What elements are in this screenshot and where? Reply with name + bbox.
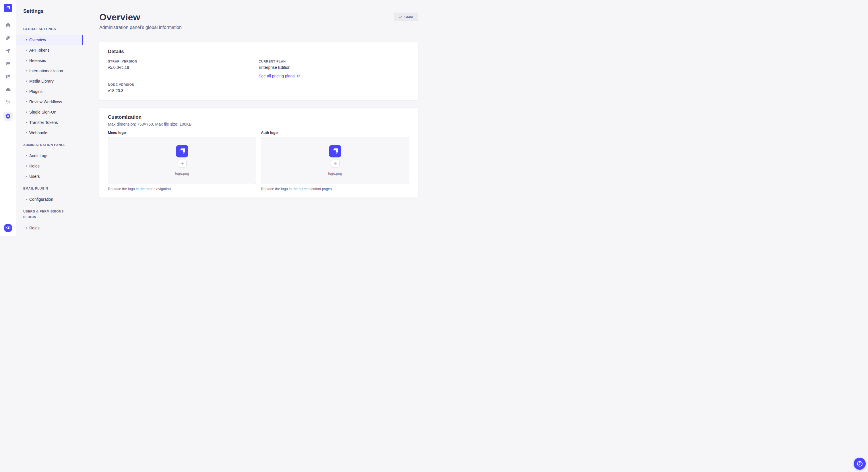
subnav-item-users[interactable]: Users: [17, 171, 83, 181]
subnav-item-releases[interactable]: Releases: [17, 55, 83, 66]
strapi-logo[interactable]: [4, 4, 12, 12]
external-link-icon: [297, 74, 300, 78]
subnav-item-label: Media Library: [29, 79, 54, 83]
plus-icon: [333, 162, 337, 165]
subnav-title-divider: [23, 20, 30, 20]
pictures-icon[interactable]: [4, 60, 12, 67]
cart-icon[interactable]: [4, 99, 12, 106]
bullet-icon: [26, 132, 27, 133]
home-icon[interactable]: [4, 21, 12, 29]
strapi-logo-icon: [5, 5, 11, 11]
subnav-item-api-tokens[interactable]: API Tokens: [17, 45, 83, 55]
section-header-administration-panel: Administration Panel: [23, 142, 76, 148]
feather-icon[interactable]: [4, 34, 12, 42]
strapi-version-label: Strapi Version: [108, 59, 259, 63]
cloud-icon[interactable]: [4, 86, 12, 93]
page-subtitle: Administration panel’s global informatio…: [99, 24, 182, 31]
gear-icon[interactable]: [3, 111, 12, 121]
subnav-item-roles[interactable]: Roles: [17, 161, 83, 171]
menu-logo-label: Menu logo: [108, 131, 256, 135]
customization-subtitle: Max dimension: 750×750, Max file size: 1…: [108, 121, 409, 127]
menu-logo-field: Menu logo logo.png: [108, 131, 256, 191]
menu-logo-filename: logo.png: [175, 171, 189, 176]
subnav-item-roles[interactable]: Roles: [17, 223, 83, 233]
customization-title: Customization: [108, 114, 409, 121]
subnav-item-label: Users: [29, 174, 40, 179]
subnav-item-label: Review Workflows: [29, 100, 62, 104]
auth-logo-preview: [329, 145, 341, 158]
paper-plane-icon[interactable]: [4, 47, 12, 55]
bullet-icon: [26, 122, 27, 123]
rail-bottom-divider: [0, 220, 17, 220]
auth-logo-dropzone[interactable]: logo.png: [261, 137, 409, 184]
bullet-icon: [26, 199, 27, 200]
subnav-item-single-sign-on[interactable]: Single Sign-On: [17, 107, 83, 117]
bullet-icon: [26, 39, 27, 40]
save-button[interactable]: Save: [394, 12, 418, 21]
subnav-item-label: Overview: [29, 38, 46, 42]
active-indicator: [82, 35, 83, 45]
pricing-plans-link[interactable]: See all pricing plans: [259, 74, 300, 78]
subnav-item-label: Single Sign-On: [29, 110, 56, 114]
subnav-item-webhooks[interactable]: Webhooks: [17, 128, 83, 138]
details-card: Details Strapi Version v5.0.0-rc.19 Curr…: [99, 42, 418, 100]
customization-card: Customization Max dimension: 750×750, Ma…: [99, 108, 418, 198]
avatar[interactable]: KD: [4, 224, 12, 232]
strapi-admin-app: KD Settings Global SettingsOverviewAPI T…: [0, 0, 434, 236]
icon-rail: KD: [0, 0, 17, 236]
bullet-icon: [26, 49, 27, 51]
bullet-icon: [26, 111, 27, 113]
page-header: Overview Administration panel’s global i…: [99, 11, 418, 31]
subnav-title: Settings: [23, 7, 76, 15]
check-icon: [399, 15, 402, 19]
save-button-label: Save: [404, 15, 413, 19]
menu-logo-caption: Replace the logo in the main navigation: [108, 187, 256, 191]
menu-logo-add-button[interactable]: [178, 159, 187, 168]
subnav-item-providers[interactable]: Providers: [17, 233, 83, 236]
subnav-item-overview[interactable]: Overview: [17, 35, 83, 45]
bullet-icon: [26, 176, 27, 177]
rail-divider: [0, 16, 17, 16]
auth-logo-field: Auth logo logo.png: [261, 131, 409, 191]
current-plan-field: Current plan Enterprise Edition See all …: [259, 59, 409, 78]
subnav-item-internationalization[interactable]: Internationalization: [17, 66, 83, 76]
subnav-item-review-workflows[interactable]: Review Workflows: [17, 97, 83, 107]
bullet-icon: [26, 60, 27, 61]
layout-icon[interactable]: [4, 73, 12, 80]
node-version-value: v18.20.3: [108, 88, 259, 94]
subnav-item-transfer-tokens[interactable]: Transfer Tokens: [17, 117, 83, 128]
subnav-item-label: Transfer Tokens: [29, 120, 58, 125]
subnav-item-label: Configuration: [29, 197, 53, 202]
section-header-email-plugin: Email Plugin: [23, 186, 76, 191]
bullet-icon: [26, 227, 27, 229]
subnav-item-label: Roles: [29, 164, 40, 168]
subnav-item-audit-logs[interactable]: Audit Logs: [17, 150, 83, 161]
bullet-icon: [26, 91, 27, 92]
subnav-item-plugins[interactable]: Plugins: [17, 86, 83, 97]
plus-icon: [180, 162, 184, 165]
node-version-field: Node Version v18.20.3: [108, 82, 259, 94]
section-header-users-permissions-plugin: Users & Permissions Plugin: [23, 208, 76, 220]
strapi-logo-icon: [177, 146, 187, 156]
details-title: Details: [108, 48, 409, 55]
menu-logo-dropzone[interactable]: logo.png: [108, 137, 256, 184]
node-version-label: Node Version: [108, 82, 259, 87]
subnav-item-label: Audit Logs: [29, 154, 48, 158]
pricing-plans-link-label: See all pricing plans: [259, 74, 294, 78]
settings-subnav: Settings Global SettingsOverviewAPI Toke…: [17, 0, 83, 236]
subnav-item-label: Internationalization: [29, 69, 63, 73]
bullet-icon: [26, 70, 27, 71]
auth-logo-add-button[interactable]: [331, 159, 340, 168]
subnav-item-label: API Tokens: [29, 48, 50, 53]
subnav-item-configuration[interactable]: Configuration: [17, 194, 83, 204]
subnav-item-label: Plugins: [29, 89, 42, 94]
subnav-item-media-library[interactable]: Media Library: [17, 76, 83, 86]
subnav-item-label: Roles: [29, 226, 40, 230]
section-header-global-settings: Global Settings: [23, 26, 76, 32]
auth-logo-filename: logo.png: [329, 171, 342, 176]
strapi-version-value: v5.0.0-rc.19: [108, 65, 259, 70]
current-plan-value: Enterprise Edition: [259, 65, 409, 70]
subnav-item-label: Webhooks: [29, 131, 48, 135]
menu-logo-preview: [176, 145, 188, 158]
main-content: Overview Administration panel’s global i…: [83, 0, 434, 236]
